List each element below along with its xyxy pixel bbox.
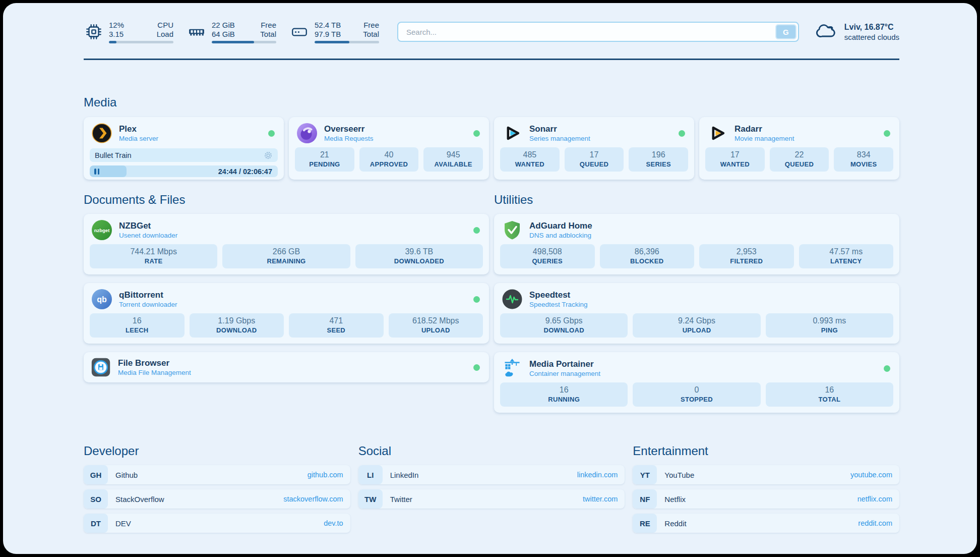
qbittorrent-stats: 16 LEECH 1.19 Gbps DOWNLOAD 471 SEED	[90, 313, 483, 338]
link-row-stackoverflow[interactable]: SO StackOverflow stackoverflow.com	[84, 489, 350, 509]
filebrowser-card[interactable]: File Browser Media File Management	[84, 352, 489, 382]
app-title: AdGuard Home	[529, 220, 592, 231]
ram-free: 22 GiB	[212, 21, 242, 30]
link-name: Netflix	[664, 495, 686, 504]
stat-tile: 86,396 BLOCKED	[600, 244, 695, 268]
link-row-linkedin[interactable]: LI LinkedIn linkedin.com	[358, 465, 625, 484]
qbittorrent-card[interactable]: qb qBittorrent Torrent downloader	[84, 283, 489, 344]
disk-progress-bar	[315, 41, 379, 43]
radarr-card[interactable]: Radarr Movie management 17 WANTED 22 QUE…	[699, 117, 899, 180]
playback-progress-bar[interactable]: 24:44 / 02:06:47	[90, 165, 278, 177]
status-dot	[268, 130, 275, 137]
disk-total-label: Total	[357, 30, 379, 39]
dashboard-screen: 12% CPU 3.15 Load	[3, 3, 977, 554]
link-badge: TW	[358, 489, 383, 509]
now-playing-bar: Bullet Train	[90, 148, 278, 162]
developer-column: Developer GH Github github.com SO StackO…	[84, 444, 350, 538]
stat-value: 17	[565, 150, 624, 160]
entertainment-section-heading: Entertainment	[633, 444, 899, 458]
link-url: reddit.com	[858, 519, 892, 527]
stat-label: AVAILABLE	[423, 160, 483, 169]
stat-value: 9.24 Gbps	[633, 316, 760, 326]
app-subtitle: Container management	[529, 369, 600, 378]
disk-progress-fill	[315, 41, 349, 43]
filebrowser-header: File Browser Media File Management	[84, 352, 489, 382]
disk-free: 52.4 TB	[315, 21, 346, 30]
overseerr-card[interactable]: Overseerr Media Requests 21 PENDING 40 A…	[289, 117, 489, 180]
gear-icon[interactable]	[264, 151, 273, 160]
status-dot	[473, 364, 480, 371]
qbittorrent-icon: qb	[92, 289, 112, 309]
link-row-dev[interactable]: DT DEV dev.to	[84, 514, 350, 533]
stat-label: PING	[766, 326, 893, 335]
ram-progress-fill	[212, 41, 254, 43]
stat-label: APPROVED	[359, 160, 419, 169]
link-badge: SO	[84, 489, 108, 509]
plex-header: Plex Media server	[84, 117, 284, 147]
stat-label: QUEUED	[565, 160, 624, 169]
status-dot	[884, 365, 890, 372]
link-url: netflix.com	[858, 495, 892, 503]
link-url: stackoverflow.com	[283, 495, 343, 503]
cpu-icon	[84, 22, 104, 42]
utilities-section-heading: Utilities	[494, 193, 899, 207]
social-column: Social LI LinkedIn linkedin.com TW Twitt…	[358, 444, 625, 538]
stat-value: 22	[770, 150, 829, 160]
app-title: File Browser	[118, 358, 191, 368]
stat-value: 47.57 ms	[799, 247, 894, 257]
stat-value: 196	[629, 150, 688, 160]
overseerr-icon	[297, 123, 317, 143]
link-badge: DT	[84, 514, 108, 533]
stat-label: QUERIES	[500, 257, 595, 265]
plex-card[interactable]: Plex Media server Bullet Train	[84, 117, 284, 180]
app-subtitle: Usenet downloader	[119, 231, 177, 240]
stat-value: 0.993 ms	[766, 316, 893, 326]
stat-value: 485	[500, 150, 560, 160]
link-row-youtube[interactable]: YT YouTube youtube.com	[633, 465, 899, 484]
status-dot	[884, 130, 890, 137]
stat-tile: 21 PENDING	[295, 147, 354, 172]
status-dot	[473, 130, 480, 137]
stat-label: DOWNLOAD	[500, 326, 628, 335]
stat-tile: 9.65 Gbps DOWNLOAD	[500, 313, 628, 338]
stat-tile: 0 STOPPED	[633, 382, 760, 407]
app-title: Sonarr	[529, 124, 590, 134]
app-title: NZBGet	[119, 220, 177, 231]
ram-progress-bar	[212, 41, 276, 43]
link-row-github[interactable]: GH Github github.com	[84, 465, 350, 484]
link-row-netflix[interactable]: NF Netflix netflix.com	[633, 489, 899, 509]
app-subtitle: Series management	[529, 134, 590, 143]
nzbget-card[interactable]: nzbget NZBGet Usenet downloader 74	[84, 214, 489, 274]
link-row-twitter[interactable]: TW Twitter twitter.com	[358, 489, 625, 509]
search-input[interactable]	[397, 22, 799, 42]
speedtest-card[interactable]: Speedtest Speedtest Tracking 9.65 Gbps D…	[494, 283, 899, 344]
link-name: Twitter	[390, 495, 412, 504]
svg-text:nzbget: nzbget	[94, 228, 110, 233]
adguard-card[interactable]: AdGuard Home DNS and adblocking 498,508 …	[494, 214, 899, 274]
radarr-icon	[707, 123, 727, 143]
documents-column: Documents & Files nzbget	[84, 193, 489, 382]
stat-label: RATE	[90, 257, 217, 265]
sonarr-card[interactable]: Sonarr Series management 485 WANTED 17 Q…	[494, 117, 694, 180]
stat-tile: 39.6 TB DOWNLOADED	[355, 244, 483, 268]
speedtest-stats: 9.65 Gbps DOWNLOAD 9.24 Gbps UPLOAD 0.99…	[500, 313, 893, 338]
search-button[interactable]: G	[775, 24, 797, 39]
link-name: LinkedIn	[390, 471, 419, 479]
radarr-stats: 17 WANTED 22 QUEUED 834 MOVIES	[705, 147, 893, 172]
portainer-card[interactable]: Media Portainer Container management 16 …	[494, 352, 899, 413]
stat-tile: 16 LEECH	[90, 313, 185, 338]
stat-label: UPLOAD	[633, 326, 760, 335]
stat-tile: 196 SERIES	[629, 147, 688, 172]
portainer-header: Media Portainer Container management	[494, 352, 899, 382]
stat-tile: 485 WANTED	[500, 147, 560, 172]
sonarr-icon	[502, 123, 522, 143]
cpu-label: CPU	[146, 21, 173, 30]
weather-widget: Lviv, 16.87°C scattered clouds	[816, 21, 899, 42]
stat-value: 16	[90, 316, 185, 326]
link-name: Reddit	[664, 519, 686, 528]
stat-label: UPLOAD	[389, 326, 483, 335]
link-name: YouTube	[664, 471, 694, 479]
weather-location-temp: Lviv, 16.87°C	[844, 22, 899, 32]
ram-total-label: Total	[253, 30, 276, 39]
link-row-reddit[interactable]: RE Reddit reddit.com	[633, 514, 899, 533]
